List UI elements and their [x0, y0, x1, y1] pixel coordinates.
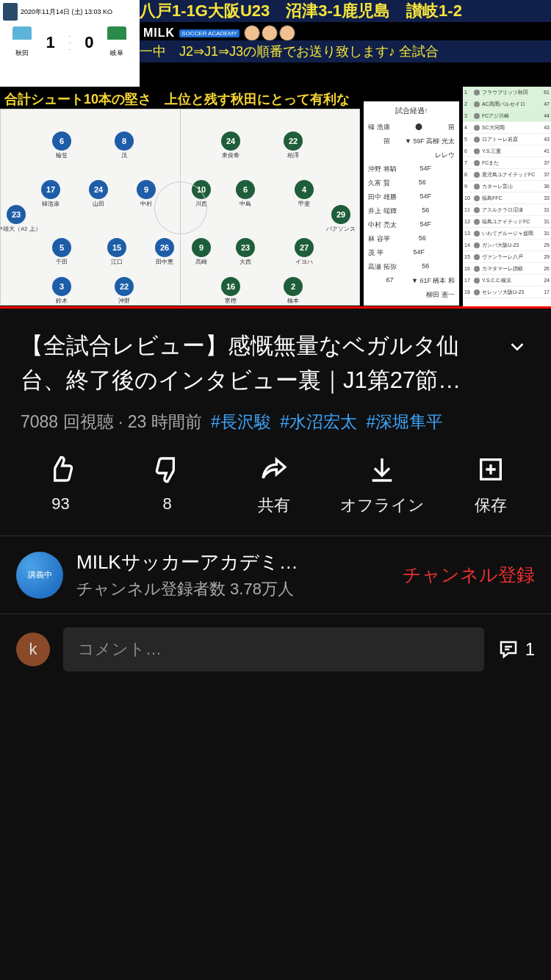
- formation-pitch: 6輪笠8茂17韓浩康24山田9中村23田中雄大（#2 上）5千田15江口26田中…: [0, 109, 360, 306]
- download-icon: [367, 454, 397, 485]
- video-info: 【全試合レビュー】感慨無量なベガルタ仙台、終了後のインタビュー裏｜J1第27節……: [0, 309, 551, 447]
- comment-input[interactable]: コメント…: [63, 627, 484, 671]
- comments-row: k コメント… 1: [0, 614, 551, 685]
- player-marker: 10: [192, 180, 211, 199]
- player-marker: 22: [115, 277, 134, 296]
- save-button[interactable]: 保存: [450, 454, 531, 516]
- channel-subscribers: チャンネル登録者数 3.78万人: [76, 578, 389, 600]
- score-ticker-2: 一中 J2⇒J1⇒J3の順番でお送り致します♪ 全試合: [140, 40, 551, 62]
- thumbs-down-icon: [152, 454, 183, 485]
- comment-icon: [497, 638, 519, 660]
- league-standings: 1フラウブリッツ秋田612AC高岡パルセイロ473FCアジ川崎444SC大同岡4…: [463, 87, 551, 307]
- subscribe-button[interactable]: チャンネル登録: [403, 563, 535, 587]
- player-marker: 9: [137, 180, 156, 199]
- player-marker: 26: [155, 238, 174, 257]
- hashtag-link[interactable]: #長沢駿: [211, 412, 271, 431]
- player-marker: 9: [192, 238, 211, 257]
- player-marker: 29: [331, 205, 350, 224]
- share-button[interactable]: 共有: [234, 454, 314, 516]
- thumbs-up-icon: [46, 454, 76, 485]
- comment-count-button[interactable]: 1: [497, 638, 535, 660]
- player-marker: 24: [221, 131, 240, 151]
- video-title: 【全試合レビュー】感慨無量なベガルタ仙台、終了後のインタビュー裏｜J1第27節…: [21, 329, 491, 397]
- video-player[interactable]: 八戸1-1G大阪U23 沼津3-1鹿児島 讃岐1-2 MILK SOCCER A…: [0, 0, 551, 309]
- video-meta: 7088 回視聴 · 23 時間前 #長沢駿 #水沼宏太 #深堀隼平: [21, 411, 530, 433]
- player-marker: 24: [89, 180, 108, 199]
- player-marker: 23: [236, 238, 255, 257]
- hashtag-link[interactable]: #深堀隼平: [366, 412, 443, 431]
- player-marker: 15: [107, 238, 126, 257]
- player-marker: 2: [284, 277, 303, 296]
- player-marker: 6: [52, 131, 71, 151]
- player-marker: 17: [41, 180, 60, 199]
- player-marker: 8: [115, 131, 134, 151]
- hashtag-link[interactable]: #水沼宏太: [280, 412, 357, 431]
- dislike-button[interactable]: 8: [127, 454, 208, 516]
- save-icon: [475, 454, 506, 485]
- player-marker: 22: [284, 131, 303, 151]
- user-avatar: k: [16, 633, 50, 666]
- player-marker: 23: [7, 205, 26, 224]
- player-marker: 16: [221, 277, 240, 296]
- action-bar: 93 8 共有 オフライン 保存: [0, 447, 551, 536]
- channel-name: MILKサッカーアカデミ…: [76, 550, 389, 575]
- share-icon: [259, 454, 289, 485]
- player-marker: 5: [52, 238, 71, 257]
- channel-avatar: 講義中: [16, 552, 63, 599]
- match-timeline: 試合経過↑ 韓 浩康⬤留留▼ 59F 高柳 光太レレウ沖野 将騎54F久富 賢5…: [364, 101, 459, 306]
- player-marker: 4: [295, 180, 314, 199]
- like-button[interactable]: 93: [21, 454, 101, 516]
- expand-description-button[interactable]: [504, 334, 530, 360]
- score-ticker-1: 八戸1-1G大阪U23 沼津3-1鹿児島 讃岐1-2: [140, 0, 551, 22]
- video-progress-bar[interactable]: [0, 306, 551, 309]
- player-marker: 3: [52, 277, 71, 296]
- download-button[interactable]: オフライン: [340, 454, 425, 516]
- player-marker: 27: [295, 238, 314, 257]
- match-scorebox: 2020年11月14日 (土) 13:03 KO 秋田 1 --- 0 岐阜: [0, 0, 140, 87]
- channel-row[interactable]: 講義中 MILKサッカーアカデミ… チャンネル登録者数 3.78万人 チャンネル…: [0, 536, 551, 614]
- player-marker: 6: [236, 180, 255, 199]
